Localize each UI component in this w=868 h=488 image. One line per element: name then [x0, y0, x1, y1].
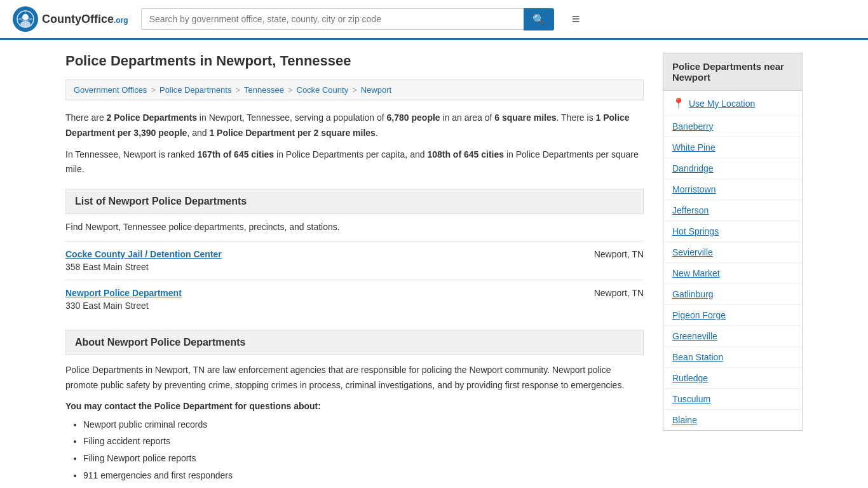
- city-link-jefferson[interactable]: Jefferson: [672, 205, 709, 215]
- list-section-header: List of Newport Police Departments: [65, 189, 644, 214]
- contact-heading: You may contact the Police Department fo…: [65, 401, 644, 411]
- contact-item-0: Newport public criminal records: [83, 416, 644, 433]
- dept-address-2: 330 East Main Street: [65, 301, 149, 311]
- use-location-link[interactable]: Use My Location: [689, 98, 755, 109]
- city-link-hot-springs[interactable]: Hot Springs: [672, 226, 719, 236]
- dept-item-1: Cocke County Jail / Detention Center New…: [65, 241, 644, 280]
- sidebar-city-morristown[interactable]: Morristown: [663, 179, 802, 200]
- logo-icon: [13, 6, 38, 32]
- city-link-dandridge[interactable]: Dandridge: [672, 163, 714, 173]
- content-area: Police Departments in Newport, Tennessee…: [65, 53, 644, 488]
- sidebar-city-pigeon-forge[interactable]: Pigeon Forge: [663, 305, 802, 326]
- dept-item-2: Newport Police Department Newport, TN 33…: [65, 280, 644, 318]
- breadcrumb-newport[interactable]: Newport: [361, 85, 391, 95]
- sidebar-city-bean-station[interactable]: Bean Station: [663, 347, 802, 368]
- dept-intro-text: Find Newport, Tennessee police departmen…: [65, 222, 644, 232]
- city-link-new-market[interactable]: New Market: [672, 268, 720, 278]
- dept-address-1: 358 East Main Street: [65, 262, 149, 272]
- city-link-baneberry[interactable]: Baneberry: [672, 121, 714, 132]
- sidebar-city-new-market[interactable]: New Market: [663, 263, 802, 284]
- city-link-blaine[interactable]: Blaine: [672, 415, 697, 425]
- about-section-header: About Newport Police Departments: [65, 330, 644, 355]
- contact-item-4: Filing complaints and public safety conc…: [83, 484, 644, 488]
- dept-name-link-2[interactable]: Newport Police Department: [65, 288, 182, 298]
- search-area: 🔍: [141, 8, 554, 30]
- city-link-pigeon-forge[interactable]: Pigeon Forge: [672, 310, 726, 320]
- dept-address-row-1: 358 East Main Street: [65, 262, 644, 272]
- site-header: CountyOffice.org 🔍 ≡: [0, 0, 868, 40]
- about-text: Police Departments in Newport, TN are la…: [65, 363, 644, 393]
- main-container: Police Departments in Newport, Tennessee…: [53, 40, 815, 488]
- search-button[interactable]: 🔍: [524, 8, 554, 30]
- page-title: Police Departments in Newport, Tennessee: [65, 53, 644, 69]
- logo-text: CountyOffice.org: [42, 13, 128, 26]
- sidebar-city-baneberry[interactable]: Baneberry: [663, 116, 802, 137]
- city-link-white-pine[interactable]: White Pine: [672, 142, 715, 152]
- sidebar-city-sevierville[interactable]: Sevierville: [663, 242, 802, 263]
- breadcrumb-tennessee[interactable]: Tennessee: [244, 85, 284, 95]
- sidebar-city-white-pine[interactable]: White Pine: [663, 137, 802, 158]
- location-pin-icon: 📍: [672, 97, 685, 109]
- logo-area: CountyOffice.org: [13, 6, 128, 32]
- sidebar-list: 📍 Use My Location Baneberry White Pine D…: [663, 91, 803, 431]
- breadcrumb-gov-offices[interactable]: Government Offices: [74, 85, 147, 95]
- search-input[interactable]: [141, 8, 524, 30]
- dept-name-link-1[interactable]: Cocke County Jail / Detention Center: [65, 249, 222, 259]
- city-link-rutledge[interactable]: Rutledge: [672, 373, 708, 383]
- sidebar-city-hot-springs[interactable]: Hot Springs: [663, 221, 802, 242]
- sidebar-city-blaine[interactable]: Blaine: [663, 410, 802, 430]
- city-link-gatlinburg[interactable]: Gatlinburg: [672, 289, 714, 299]
- breadcrumb-cocke-county[interactable]: Cocke County: [297, 85, 349, 95]
- breadcrumb: Government Offices > Police Departments …: [65, 79, 644, 100]
- menu-button[interactable]: ≡: [567, 8, 585, 30]
- sidebar-city-jefferson[interactable]: Jefferson: [663, 200, 802, 221]
- use-my-location[interactable]: 📍 Use My Location: [663, 91, 802, 116]
- city-link-sevierville[interactable]: Sevierville: [672, 247, 713, 257]
- contact-list: Newport public criminal records Filing a…: [65, 416, 644, 488]
- sidebar-city-dandridge[interactable]: Dandridge: [663, 158, 802, 179]
- city-link-bean-station[interactable]: Bean Station: [672, 352, 723, 362]
- city-link-greeneville[interactable]: Greeneville: [672, 331, 717, 341]
- dept-name-row-2: Newport Police Department Newport, TN: [65, 288, 644, 298]
- sidebar-city-rutledge[interactable]: Rutledge: [663, 368, 802, 389]
- contact-item-2: Filing Newport police reports: [83, 450, 644, 467]
- city-link-morristown[interactable]: Morristown: [672, 184, 715, 194]
- contact-item-3: 911 emergencies and first responders: [83, 467, 644, 484]
- breadcrumb-police-depts[interactable]: Police Departments: [159, 85, 231, 95]
- sidebar: Police Departments near Newport 📍 Use My…: [663, 53, 803, 488]
- sidebar-city-greeneville[interactable]: Greeneville: [663, 326, 802, 347]
- dept-location-2: Newport, TN: [594, 288, 644, 298]
- sidebar-city-tusculum[interactable]: Tusculum: [663, 389, 802, 410]
- sidebar-header: Police Departments near Newport: [663, 53, 803, 91]
- city-link-tusculum[interactable]: Tusculum: [672, 394, 710, 404]
- dept-name-row-1: Cocke County Jail / Detention Center New…: [65, 249, 644, 259]
- stats-paragraph-1: There are 2 Police Departments in Newpor…: [65, 111, 644, 141]
- sidebar-city-gatlinburg[interactable]: Gatlinburg: [663, 284, 802, 305]
- logo-org: .org: [114, 16, 128, 25]
- dept-location-1: Newport, TN: [594, 249, 644, 259]
- stats-paragraph-2: In Tennessee, Newport is ranked 167th of…: [65, 147, 644, 178]
- dept-address-row-2: 330 East Main Street: [65, 301, 644, 311]
- contact-item-1: Filing accident reports: [83, 433, 644, 450]
